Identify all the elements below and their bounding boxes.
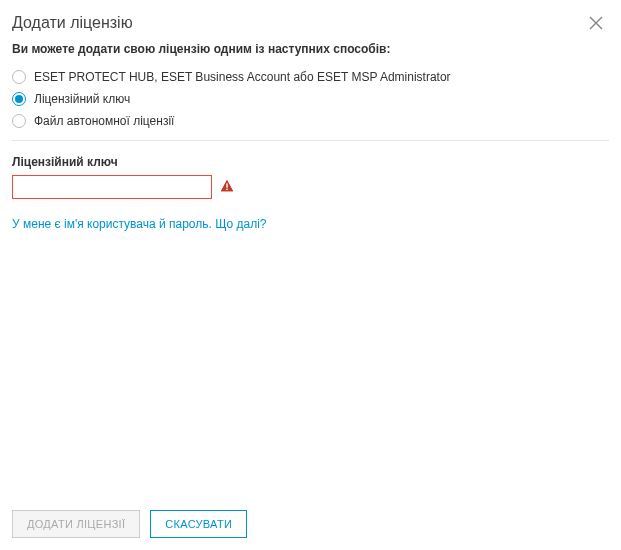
svg-rect-3 bbox=[226, 188, 227, 189]
radio-icon bbox=[12, 114, 26, 128]
svg-rect-2 bbox=[226, 183, 227, 187]
radio-label: Ліцензійний ключ bbox=[34, 92, 130, 106]
cancel-button[interactable]: СКАСУВАТИ bbox=[150, 510, 247, 538]
close-icon bbox=[589, 16, 603, 30]
intro-text: Ви можете додати свою ліцензію одним із … bbox=[12, 42, 609, 56]
radio-option-offline-file[interactable]: Файл автономної ліцензії bbox=[12, 110, 609, 132]
license-method-radio-group: ESET PROTECT HUB, ESET Business Account … bbox=[12, 66, 609, 132]
add-licenses-button[interactable]: ДОДАТИ ЛІЦЕНЗІЇ bbox=[12, 510, 140, 538]
radio-icon bbox=[12, 70, 26, 84]
close-button[interactable] bbox=[587, 14, 605, 32]
dialog-title: Додати ліцензію bbox=[12, 14, 133, 32]
radio-option-hub[interactable]: ESET PROTECT HUB, ESET Business Account … bbox=[12, 66, 609, 88]
license-key-input[interactable] bbox=[12, 175, 212, 199]
radio-label: Файл автономної ліцензії bbox=[34, 114, 174, 128]
radio-icon-selected bbox=[12, 92, 26, 106]
license-key-label: Ліцензійний ключ bbox=[12, 155, 609, 169]
divider bbox=[12, 140, 609, 141]
help-link[interactable]: У мене є ім'я користувача й пароль. Що д… bbox=[12, 217, 266, 231]
warning-icon bbox=[220, 179, 234, 196]
dialog-footer: ДОДАТИ ЛІЦЕНЗІЇ СКАСУВАТИ bbox=[0, 498, 621, 550]
radio-label: ESET PROTECT HUB, ESET Business Account … bbox=[34, 70, 451, 84]
radio-option-license-key[interactable]: Ліцензійний ключ bbox=[12, 88, 609, 110]
